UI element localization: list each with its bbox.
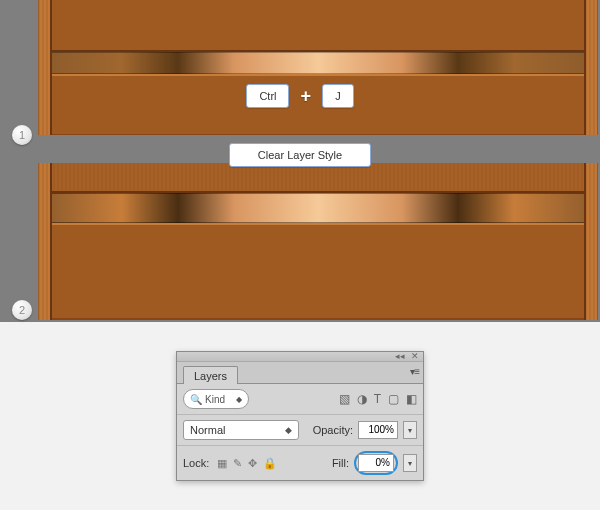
adjustment-filter-icon[interactable]: ◑: [357, 392, 367, 406]
wood-bottom: [38, 223, 598, 318]
lock-label: Lock:: [183, 457, 209, 469]
canvas-step-1: [38, 0, 598, 135]
shape-filter-icon[interactable]: ▢: [388, 392, 399, 406]
filter-type-icons: ▧ ◑ T ▢ ◧: [339, 392, 417, 406]
wood-top: [38, 163, 598, 193]
smart-filter-icon[interactable]: ◧: [406, 392, 417, 406]
search-icon: 🔍: [190, 394, 202, 405]
blend-mode-value: Normal: [190, 424, 225, 436]
wood-edge-left: [38, 0, 52, 135]
wood-edge-right: [584, 163, 598, 320]
lock-transparency-icon[interactable]: ▦: [217, 457, 227, 470]
caret-icon: ◆: [285, 425, 292, 435]
filter-kind-label: Kind: [205, 394, 225, 405]
filter-row: 🔍 Kind ◆ ▧ ◑ T ▢ ◧: [177, 384, 423, 415]
pixel-filter-icon[interactable]: ▧: [339, 392, 350, 406]
close-icon[interactable]: ✕: [411, 352, 419, 361]
lock-row: Lock: ▦ ✎ ✥ 🔒 Fill: 0% ▾: [177, 446, 423, 480]
step-badge-2: 2: [12, 300, 32, 320]
blend-row: Normal ◆ Opacity: 100% ▾: [177, 415, 423, 446]
fill-label: Fill:: [332, 457, 349, 469]
wood-edge-right: [584, 0, 598, 135]
lock-position-icon[interactable]: ✥: [248, 457, 257, 470]
plus-icon: +: [301, 86, 312, 107]
lock-icons: ▦ ✎ ✥ 🔒: [217, 457, 277, 470]
fill-dropdown[interactable]: ▾: [403, 454, 417, 472]
fill-field[interactable]: 0%: [358, 454, 394, 472]
caret-icon: ◆: [236, 395, 242, 404]
opacity-field[interactable]: 100%: [358, 421, 398, 439]
tutorial-preview-area: 1 2 Ctrl + J Clear Layer Style: [0, 0, 600, 322]
key-j: J: [322, 84, 354, 108]
panel-area: ◂◂ ✕ Layers ▾≡ 🔍 Kind ◆ ▧ ◑ T ▢ ◧ Normal: [0, 322, 600, 510]
canvas-step-2: [38, 163, 598, 320]
type-filter-icon[interactable]: T: [374, 392, 381, 406]
shortcut-callout: Ctrl + J: [0, 84, 600, 108]
blend-mode-select[interactable]: Normal ◆: [183, 420, 299, 440]
lock-paint-icon[interactable]: ✎: [233, 457, 242, 470]
wood-top: [38, 0, 598, 52]
panel-titlebar: ◂◂ ✕: [177, 352, 423, 362]
lock-all-icon[interactable]: 🔒: [263, 457, 277, 470]
wood-edge-left: [38, 163, 52, 320]
layers-panel: ◂◂ ✕ Layers ▾≡ 🔍 Kind ◆ ▧ ◑ T ▢ ◧ Normal: [176, 351, 424, 481]
panel-tabs: Layers ▾≡: [177, 362, 423, 384]
action-callout: Clear Layer Style: [0, 143, 600, 167]
wood-gap: [38, 52, 598, 74]
collapse-icon[interactable]: ◂◂: [395, 352, 405, 361]
filter-kind-select[interactable]: 🔍 Kind ◆: [183, 389, 249, 409]
wood-gap: [38, 193, 598, 223]
tab-layers[interactable]: Layers: [183, 366, 238, 384]
clear-layer-style-button[interactable]: Clear Layer Style: [229, 143, 371, 167]
key-ctrl: Ctrl: [246, 84, 289, 108]
step-badge-1: 1: [12, 125, 32, 145]
opacity-label: Opacity:: [313, 424, 353, 436]
opacity-dropdown[interactable]: ▾: [403, 421, 417, 439]
panel-menu-icon[interactable]: ▾≡: [410, 366, 419, 377]
fill-highlight: 0%: [354, 451, 398, 475]
